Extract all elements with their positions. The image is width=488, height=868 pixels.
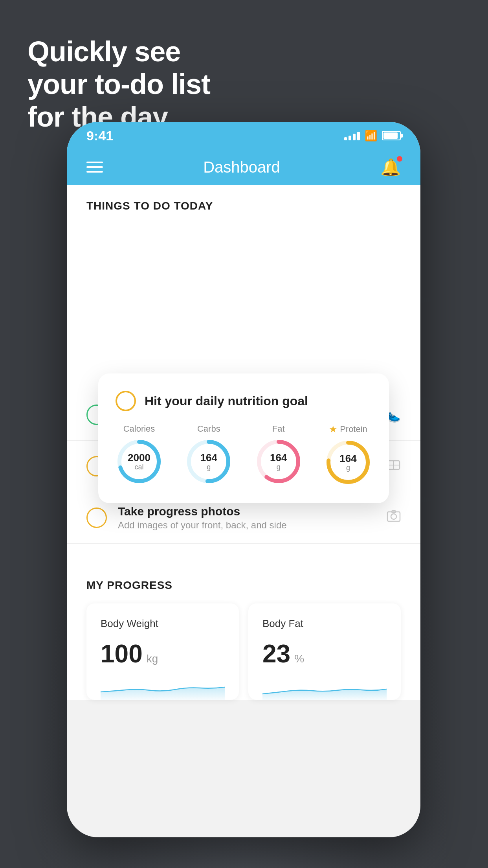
hero-text: Quickly see your to-do list for the day. <box>28 35 210 133</box>
body-fat-value-row: 23 % <box>262 639 387 668</box>
body-weight-value: 100 <box>101 639 143 668</box>
carbs-label: Carbs <box>197 424 220 434</box>
body-fat-card[interactable]: Body Fat 23 % <box>248 603 401 700</box>
photo-icon <box>387 509 401 527</box>
body-weight-card-title: Body Weight <box>101 618 225 630</box>
progress-section: MY PROGRESS Body Weight 100 kg <box>67 559 420 700</box>
carbs-value-group: 164 g <box>200 452 217 471</box>
nutrition-grid: Calories 2000 cal Carbs <box>116 424 372 486</box>
progress-photos-info: Take progress photos Add images of your … <box>118 505 376 531</box>
svg-point-12 <box>391 514 396 519</box>
body-weight-value-row: 100 kg <box>101 639 225 668</box>
calories-label: Calories <box>123 424 155 434</box>
fat-unit: g <box>277 463 281 471</box>
calories-value: 2000 <box>128 452 150 463</box>
nav-title: Dashboard <box>203 158 280 176</box>
nutrition-protein: ★ Protein 164 g <box>325 424 372 486</box>
signal-icon <box>344 131 360 140</box>
status-time: 9:41 <box>86 128 113 143</box>
hamburger-icon[interactable] <box>86 162 103 173</box>
body-weight-unit: kg <box>147 653 158 665</box>
svg-rect-11 <box>387 512 400 521</box>
body-fat-unit: % <box>294 653 304 665</box>
carbs-value: 164 <box>200 452 217 463</box>
protein-value-group: 164 g <box>339 453 356 472</box>
wifi-icon: 📶 <box>365 130 377 142</box>
calories-value-group: 2000 cal <box>128 452 150 471</box>
carbs-unit: g <box>207 463 211 471</box>
bell-notification-dot <box>397 156 402 162</box>
progress-heading: MY PROGRESS <box>86 579 401 592</box>
progress-photos-check-circle[interactable] <box>86 508 107 528</box>
nav-bar: Dashboard 🔔 <box>67 149 420 185</box>
protein-label-row: ★ Protein <box>329 424 367 435</box>
body-weight-chart <box>101 676 225 700</box>
phone-shell: 9:41 📶 Dashboard 🔔 THINGS TO DO TODAY <box>67 122 420 837</box>
nutrition-card-title: Hit your daily nutrition goal <box>145 394 308 408</box>
protein-ring: 164 g <box>325 439 372 486</box>
status-icons: 📶 <box>344 130 401 142</box>
progress-cards: Body Weight 100 kg <box>86 603 401 700</box>
body-fat-card-title: Body Fat <box>262 618 387 630</box>
card-title-row: Hit your daily nutrition goal <box>116 391 372 411</box>
protein-label: Protein <box>340 424 367 434</box>
phone-content: THINGS TO DO TODAY Hit your daily nutrit… <box>67 185 420 700</box>
protein-star-icon: ★ <box>329 424 338 435</box>
fat-value-group: 164 g <box>270 452 287 471</box>
nutrition-card: Hit your daily nutrition goal Calories 2… <box>98 373 389 503</box>
fat-value: 164 <box>270 452 287 463</box>
bell-icon[interactable]: 🔔 <box>380 158 401 177</box>
things-to-do-header: THINGS TO DO TODAY <box>67 185 420 220</box>
progress-photos-subtitle: Add images of your front, back, and side <box>118 520 376 531</box>
body-fat-chart <box>262 676 387 700</box>
body-weight-card[interactable]: Body Weight 100 kg <box>86 603 239 700</box>
fat-label: Fat <box>272 424 285 434</box>
calories-ring: 2000 cal <box>116 438 163 485</box>
nutrition-fat: Fat 164 g <box>255 424 302 486</box>
nutrition-calories: Calories 2000 cal <box>116 424 163 486</box>
body-fat-value: 23 <box>262 639 290 668</box>
nutrition-carbs: Carbs 164 g <box>185 424 232 486</box>
protein-value: 164 <box>339 453 356 464</box>
protein-unit: g <box>346 463 350 471</box>
progress-photos-title: Take progress photos <box>118 505 376 518</box>
calories-unit: cal <box>134 463 143 471</box>
things-to-do-title: THINGS TO DO TODAY <box>86 200 213 212</box>
carbs-ring: 164 g <box>185 438 232 485</box>
battery-icon <box>382 131 401 140</box>
nutrition-check-circle[interactable] <box>116 391 136 411</box>
fat-ring: 164 g <box>255 438 302 485</box>
status-bar: 9:41 📶 <box>67 122 420 149</box>
